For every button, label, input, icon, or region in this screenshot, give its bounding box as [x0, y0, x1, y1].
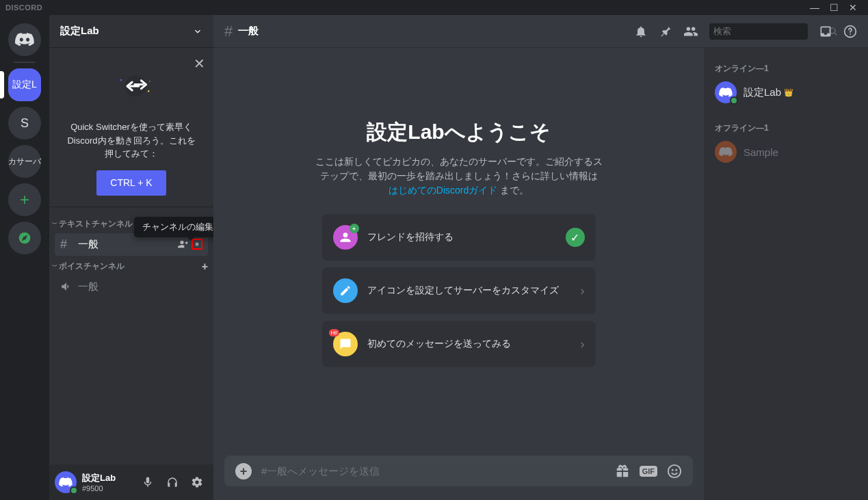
help-button[interactable]	[843, 25, 857, 38]
titlebar: DISCORD — ☐ ✕	[0, 0, 868, 15]
channel-title: 一般	[238, 25, 634, 38]
member-list-button[interactable]	[683, 24, 698, 39]
app-logo: DISCORD	[5, 3, 42, 12]
attach-button[interactable]: +	[235, 463, 252, 479]
add-server-button[interactable]: +	[8, 183, 41, 216]
voice-channel-general[interactable]: 一般	[55, 276, 208, 298]
user-settings-button[interactable]	[186, 471, 208, 493]
compass-icon	[18, 231, 31, 245]
people-icon	[683, 24, 698, 39]
edit-channel-tooltip: チャンネルの編集	[134, 217, 213, 237]
home-button[interactable]	[8, 23, 41, 56]
server-name: 設定Lab	[60, 25, 193, 38]
chevron-down-icon: ﹀	[52, 220, 57, 228]
speaker-icon	[60, 280, 74, 293]
member-row[interactable]: 設定Lab👑	[709, 79, 863, 106]
quick-switcher-close-button[interactable]: ✕	[194, 53, 205, 74]
onboard-invite-friends[interactable]: + フレンドを招待する ✓	[322, 214, 596, 261]
user-info[interactable]: 設定Lab #9500	[82, 472, 137, 492]
hash-icon: #	[60, 237, 74, 252]
discord-logo-icon	[719, 147, 733, 157]
onboard-label: 初めてのメッセージを送ってみる	[367, 338, 581, 350]
customize-icon	[333, 278, 358, 303]
help-icon	[843, 25, 857, 38]
check-icon: ✓	[566, 228, 585, 247]
message-input[interactable]: #一般へメッセージを送信	[261, 465, 615, 478]
svg-point-6	[668, 465, 681, 477]
channel-name: 一般	[78, 238, 175, 251]
onboard-first-message[interactable]: Hi! 初めてのメッセージを送ってみる ›	[322, 321, 596, 367]
voice-channels-category[interactable]: ﹀ ボイスチャンネル +	[49, 256, 213, 276]
guild-label: S	[21, 116, 29, 131]
window-maximize-button[interactable]: ☐	[824, 0, 843, 15]
welcome-description: ここは新しくてピカピカの、あなたのサーバーです。ご紹介するステップで、最初の一歩…	[315, 155, 603, 198]
emoji-button[interactable]	[667, 464, 682, 479]
quick-switcher-text: Quick Switcherを使って素早くDiscord内を動き回ろう。これを押…	[60, 120, 202, 161]
welcome-title: 設定Labへようこそ	[367, 118, 550, 146]
members-panel: オンライン—1 設定Lab👑 オフライン—1 Sample	[704, 48, 868, 500]
quick-switcher-panel: ✕ Quick Switcherを使って素早くDiscord内を動き回ろう。これ…	[49, 48, 213, 207]
inbox-button[interactable]	[819, 25, 832, 38]
guild-label: カサーバ	[8, 156, 41, 168]
onboard-label: フレンドを招待する	[367, 231, 566, 244]
create-channel-button[interactable]: +	[202, 261, 208, 273]
chevron-down-icon	[193, 27, 202, 36]
svg-point-5	[850, 34, 851, 35]
discord-logo-icon	[15, 33, 34, 47]
message-input-bar: + #一般へメッセージを送信 GIF	[224, 456, 693, 486]
pin-icon	[659, 25, 672, 38]
hash-icon: #	[224, 23, 233, 40]
channel-sidebar: 設定Lab ✕ Quick Switcherを使って素早くDiscord内を動き…	[49, 15, 213, 500]
gear-icon	[191, 476, 203, 488]
text-channel-general[interactable]: # 一般 チャンネルの編集	[55, 233, 208, 256]
mute-button[interactable]	[137, 471, 159, 493]
guild-server[interactable]: カサーバ	[8, 145, 41, 178]
bell-icon	[634, 25, 648, 38]
guild-server[interactable]: S	[8, 107, 41, 140]
pinned-messages-button[interactable]	[659, 25, 672, 38]
deafen-button[interactable]	[161, 471, 183, 493]
window-close-button[interactable]: ✕	[843, 0, 863, 15]
quick-switcher-illustration	[60, 59, 211, 114]
member-avatar	[715, 141, 737, 163]
discord-logo-icon	[719, 88, 733, 97]
guild-server-selected[interactable]: 設定L	[8, 68, 41, 101]
invite-icon: +	[333, 225, 358, 250]
user-avatar[interactable]	[55, 471, 77, 493]
welcome-guide-link[interactable]: はじめてのDiscordガイド	[389, 185, 497, 196]
gif-badge: GIF	[640, 466, 657, 477]
channel-header: # 一般	[213, 15, 868, 48]
quick-switcher-hotkey-button[interactable]: CTRL + K	[96, 170, 166, 196]
explore-servers-button[interactable]	[8, 222, 41, 254]
gif-button[interactable]: GIF	[640, 464, 657, 479]
member-name: Sample	[744, 146, 778, 158]
status-online-icon	[730, 96, 738, 105]
onboard-label: アイコンを設定してサーバーをカスタマイズ	[367, 285, 581, 297]
channel-list: ﹀ テキストチャンネル # 一般 チャンネルの編集 ﹀ ボイスチャンネル +	[49, 207, 213, 465]
message-icon: Hi!	[333, 332, 358, 356]
channel-name: 一般	[78, 280, 202, 293]
inbox-icon	[819, 25, 832, 38]
member-avatar	[715, 81, 737, 103]
notifications-button[interactable]	[634, 25, 648, 38]
edit-channel-button[interactable]: チャンネルの編集	[192, 239, 202, 250]
gear-icon	[195, 239, 199, 249]
members-offline-header: オフライン—1	[709, 118, 863, 138]
search-box[interactable]	[709, 23, 808, 40]
member-name: 設定Lab👑	[744, 86, 793, 99]
user-tag: #9500	[82, 484, 137, 492]
category-label: ボイスチャンネル	[59, 261, 202, 272]
onboard-customize-server[interactable]: アイコンを設定してサーバーをカスタマイズ ›	[322, 267, 596, 314]
chevron-down-icon: ﹀	[52, 263, 57, 270]
gift-icon	[615, 464, 630, 479]
microphone-icon	[142, 476, 154, 488]
main-content: # 一般 設定Labへようこそ ここは新しくてピカピカの、あなたのサー	[213, 15, 868, 500]
chevron-right-icon: ›	[581, 284, 585, 298]
gift-button[interactable]	[615, 464, 630, 479]
server-header[interactable]: 設定Lab	[49, 15, 213, 48]
guilds-separator	[14, 62, 36, 63]
search-input[interactable]	[713, 26, 828, 36]
user-name: 設定Lab	[82, 472, 137, 484]
window-minimize-button[interactable]: —	[805, 0, 824, 15]
member-row[interactable]: Sample	[709, 138, 863, 166]
